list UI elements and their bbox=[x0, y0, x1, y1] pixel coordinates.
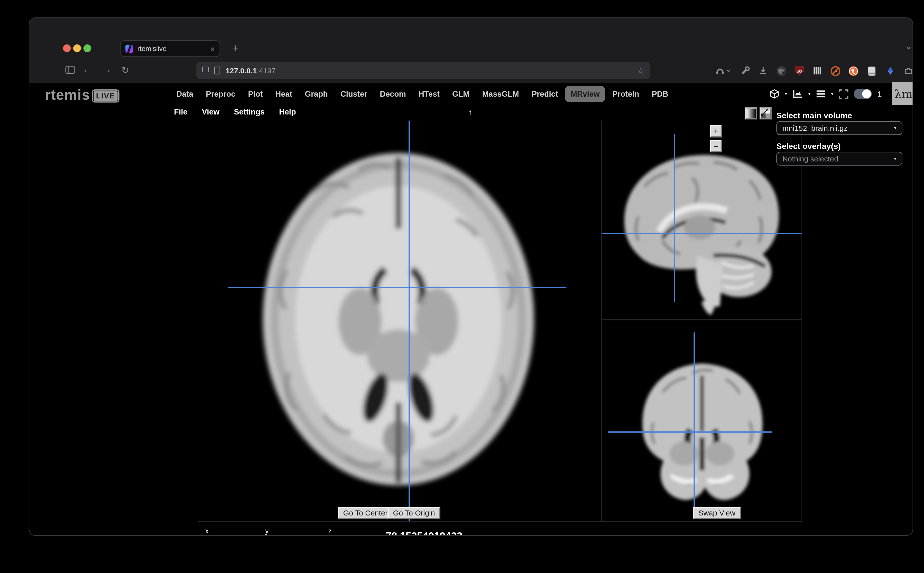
url-port: :4197 bbox=[257, 66, 276, 75]
blocker-extension-icon[interactable] bbox=[830, 65, 841, 76]
lambda-md-logo: λmd bbox=[892, 82, 913, 105]
tab-overflow-chevron-icon[interactable]: ⌄ bbox=[905, 41, 913, 52]
back-button[interactable]: ← bbox=[83, 64, 92, 75]
main-volume-select[interactable]: mni152_brain.nii.gz ▾ bbox=[776, 121, 902, 135]
new-tab-button[interactable]: + bbox=[232, 42, 239, 55]
app-page: rtemisLIVE Data Preproc Plot Heat Graph … bbox=[30, 83, 913, 535]
url-bar[interactable]: 127.0.0.1 :4197 ☆ bbox=[196, 62, 650, 79]
coronal-crosshair-horizontal bbox=[608, 431, 772, 432]
zoom-out-button[interactable]: − bbox=[710, 140, 722, 152]
zoom-in-button[interactable]: + bbox=[710, 125, 722, 137]
logo-live-badge: LIVE bbox=[94, 91, 117, 101]
axial-slice-image bbox=[198, 121, 601, 521]
app-logo: rtemisLIVE bbox=[45, 86, 117, 103]
browser-window: rtemislive × + ⌄ ← → ↻ 127.0.0.1 :4197 ☆ bbox=[30, 18, 913, 535]
account-chevron-icon[interactable] bbox=[725, 65, 732, 76]
3d-cube-icon[interactable] bbox=[769, 89, 779, 99]
nav-tab-mrview[interactable]: MRview bbox=[565, 86, 605, 102]
tab-title: rtemislive bbox=[138, 45, 210, 52]
axial-crosshair-horizontal bbox=[228, 287, 566, 288]
axial-crosshair-vertical bbox=[408, 121, 410, 521]
chevron-down-icon: ▾ bbox=[894, 156, 896, 161]
nav-tab-graph[interactable]: Graph bbox=[300, 86, 333, 102]
nav-tab-preproc[interactable]: Preproc bbox=[201, 86, 241, 102]
menu-view[interactable]: View bbox=[202, 108, 219, 116]
toggle-knob bbox=[862, 89, 871, 99]
colorbar-gradient-button[interactable] bbox=[745, 108, 757, 119]
info-button[interactable]: i bbox=[877, 89, 882, 99]
nav-tab-cluster[interactable]: Cluster bbox=[335, 86, 373, 102]
overlay-value: Nothing selected bbox=[782, 154, 894, 163]
list-options-icon[interactable] bbox=[816, 90, 826, 98]
overlay-label: Select overlay(s) bbox=[776, 142, 841, 151]
main-volume-value: mni152_brain.nii.gz bbox=[782, 124, 894, 132]
sidebar-toggle-icon[interactable] bbox=[65, 66, 75, 74]
extensions-puzzle-icon[interactable] bbox=[903, 65, 913, 76]
cube-caret-icon[interactable]: ▾ bbox=[785, 91, 787, 97]
plot-caret-icon[interactable]: ▾ bbox=[808, 91, 811, 97]
nav-tab-data[interactable]: Data bbox=[171, 86, 199, 102]
voxel-intensity-value: 78.15354919433 bbox=[386, 530, 463, 535]
forward-button[interactable]: → bbox=[102, 64, 111, 75]
app-header-controls: ▾ ▾ ▾ i bbox=[769, 83, 882, 105]
gem-extension-icon[interactable] bbox=[885, 65, 896, 76]
sagittal-crosshair-horizontal bbox=[602, 233, 802, 234]
nav-tab-protein[interactable]: Protein bbox=[607, 86, 644, 102]
viewer-info-icon[interactable]: i bbox=[469, 109, 473, 117]
bookmark-star-icon[interactable]: ☆ bbox=[637, 66, 644, 75]
close-window-button[interactable] bbox=[63, 44, 71, 52]
notes-extension-icon[interactable] bbox=[866, 65, 877, 76]
axial-view-panel[interactable] bbox=[198, 121, 603, 521]
nav-tab-pdb[interactable]: PDB bbox=[646, 86, 674, 102]
viewer-menubar: File View Settings Help bbox=[174, 108, 296, 116]
menu-help[interactable]: Help bbox=[279, 108, 296, 116]
logo-text: rtemis bbox=[45, 86, 90, 103]
minimize-window-button[interactable] bbox=[73, 44, 81, 52]
menu-file[interactable]: File bbox=[174, 108, 188, 116]
nav-tab-heat[interactable]: Heat bbox=[270, 86, 297, 102]
nav-tab-massglm[interactable]: MassGLM bbox=[477, 86, 525, 102]
nav-tab-predict[interactable]: Predict bbox=[526, 86, 563, 102]
account-icon[interactable] bbox=[714, 65, 725, 76]
go-to-center-button[interactable]: Go To Center bbox=[338, 507, 393, 519]
nav-tab-plot[interactable]: Plot bbox=[242, 86, 268, 102]
download-icon[interactable] bbox=[758, 65, 769, 76]
fullscreen-icon[interactable] bbox=[839, 89, 849, 99]
coordinate-info-bar: x 96 y 91 z 106 78.15354919433 bbox=[198, 525, 802, 535]
developer-wrench-icon[interactable] bbox=[740, 65, 750, 76]
tracking-protection-shield-icon[interactable] bbox=[202, 67, 209, 74]
overlay-select[interactable]: Nothing selected ▾ bbox=[776, 152, 902, 166]
nav-tab-htest[interactable]: HTest bbox=[413, 86, 445, 102]
invert-colormap-button[interactable] bbox=[760, 108, 772, 119]
fence-extension-icon[interactable] bbox=[812, 65, 822, 76]
favicon bbox=[125, 45, 133, 52]
app-nav: Data Preproc Plot Heat Graph Cluster Dec… bbox=[171, 83, 674, 105]
screen: rtemislive × + ⌄ ← → ↻ 127.0.0.1 :4197 ☆ bbox=[0, 0, 924, 573]
page-info-icon[interactable] bbox=[214, 67, 220, 74]
y-label: y bbox=[265, 527, 269, 535]
list-caret-icon[interactable]: ▾ bbox=[831, 91, 833, 97]
coronal-slice-image bbox=[602, 320, 802, 521]
ublock-origin-icon[interactable]: uO bbox=[794, 65, 805, 76]
go-to-origin-button[interactable]: Go To Origin bbox=[388, 507, 441, 519]
nav-tab-glm[interactable]: GLM bbox=[447, 86, 475, 102]
nav-tab-decom[interactable]: Decom bbox=[375, 86, 411, 102]
swap-view-button[interactable]: Swap View bbox=[693, 507, 741, 519]
reload-button[interactable]: ↻ bbox=[121, 64, 129, 75]
zoom-window-button[interactable] bbox=[83, 44, 91, 52]
mask-extension-icon[interactable] bbox=[776, 65, 786, 76]
main-volume-label: Select main volume bbox=[776, 111, 852, 120]
menu-settings[interactable]: Settings bbox=[234, 108, 265, 116]
dark-mode-toggle[interactable] bbox=[854, 89, 872, 99]
coronal-view-panel[interactable] bbox=[602, 320, 802, 521]
sagittal-crosshair-vertical bbox=[674, 134, 675, 302]
duckduckgo-icon[interactable] bbox=[848, 65, 859, 76]
mrview-canvas-container: + − Go To Center Go To Origin Swap View bbox=[198, 121, 802, 522]
browser-tab[interactable]: rtemislive × bbox=[120, 40, 220, 57]
sagittal-view-panel[interactable] bbox=[602, 121, 802, 320]
chevron-down-icon: ▾ bbox=[894, 125, 896, 131]
plot-export-icon[interactable] bbox=[793, 89, 803, 99]
coronal-crosshair-vertical bbox=[694, 332, 694, 518]
x-label: x bbox=[205, 527, 209, 535]
close-tab-icon[interactable]: × bbox=[210, 44, 215, 53]
